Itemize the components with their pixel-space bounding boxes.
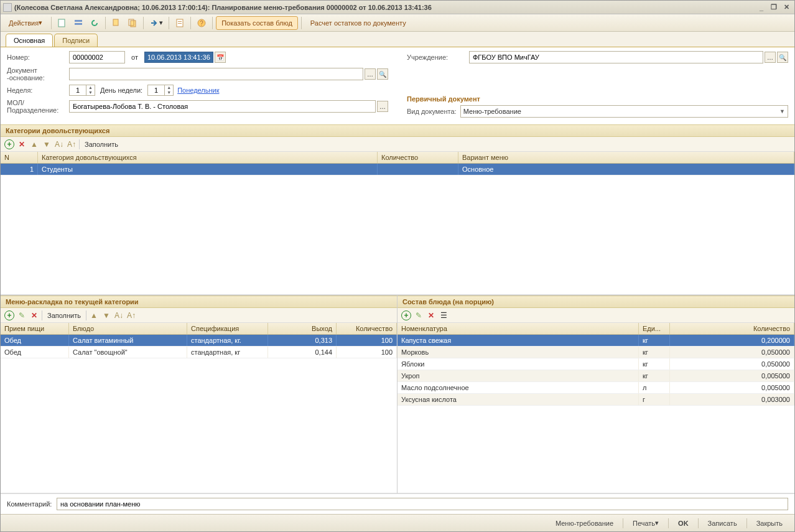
ok-button[interactable]: OK	[671, 517, 695, 530]
doctype-label: Вид документа:	[407, 108, 460, 115]
dept-label: МОЛ/ Подразделение:	[7, 99, 69, 114]
tab-bar: Основная Подписи	[1, 32, 794, 47]
tab-signatures[interactable]: Подписи	[54, 34, 98, 47]
tb-help-icon[interactable]: ?	[194, 16, 209, 30]
cat-down-icon[interactable]: ▼	[42, 139, 52, 149]
categories-toolbar: + ✕ ▲ ▼ A↓ A↑ Заполнить	[1, 137, 794, 152]
table-row[interactable]: Укропкг0,005000	[398, 370, 794, 382]
svg-rect-2	[75, 23, 82, 25]
dept-select-icon[interactable]: …	[377, 101, 388, 112]
table-row[interactable]: ОбедСалат "овощной"стандартная, кг0,1441…	[1, 347, 397, 358]
cat-add-icon[interactable]: +	[4, 139, 14, 149]
tb-paste-icon[interactable]	[125, 16, 140, 30]
dept-input[interactable]	[69, 100, 376, 113]
cat-sort-asc-icon[interactable]: A↓	[54, 139, 64, 149]
week-label: Неделя:	[7, 86, 69, 94]
institution-select-icon[interactable]: …	[765, 52, 776, 63]
docbase-input[interactable]	[69, 68, 363, 80]
cat-delete-icon[interactable]: ✕	[17, 139, 27, 149]
tab-main[interactable]: Основная	[6, 34, 53, 47]
tb-refresh-icon[interactable]	[87, 16, 102, 30]
comment-label: Комментарий:	[7, 500, 57, 508]
show-composition-button[interactable]: Показать состав блюд	[216, 16, 298, 30]
dow-label: День недели:	[100, 86, 142, 94]
cat-col-n[interactable]: N	[1, 152, 38, 163]
institution-label: Учреждение:	[407, 54, 469, 61]
number-input[interactable]	[69, 51, 125, 63]
comp-select-icon[interactable]: ☰	[439, 310, 449, 320]
close-window-button[interactable]: ✕	[781, 2, 792, 12]
table-row[interactable]: Уксусная кислотаг0,003000	[398, 394, 794, 406]
menu-col-out[interactable]: Выход	[268, 323, 337, 334]
comp-col-qty[interactable]: Количество	[670, 323, 794, 334]
from-label: от	[131, 54, 138, 61]
table-row[interactable]: Морковькг0,050000	[398, 347, 794, 358]
primary-doc-header: Первичный документ	[407, 95, 788, 103]
svg-rect-1	[75, 20, 82, 22]
comment-input[interactable]	[57, 498, 788, 510]
comp-delete-icon[interactable]: ✕	[426, 310, 436, 320]
table-row[interactable]: Капуста свежаякг0,200000	[398, 335, 794, 347]
menu-col-meal[interactable]: Прием пищи	[1, 323, 69, 334]
institution-search-icon[interactable]: 🔍	[777, 52, 788, 63]
calendar-icon[interactable]: 📅	[215, 52, 226, 63]
tb-report-icon[interactable]	[172, 16, 187, 30]
menu-sort-desc-icon[interactable]: A↑	[126, 310, 136, 320]
svg-rect-3	[113, 19, 118, 26]
menu-up-icon[interactable]: ▲	[89, 310, 99, 320]
window-title: (Колесова Светлана Александровна; 10.06.…	[14, 4, 432, 11]
tb-new-icon[interactable]	[55, 16, 70, 30]
svg-text:?: ?	[200, 20, 203, 27]
print-button[interactable]: Печать ▾	[626, 517, 666, 530]
cat-col-qty[interactable]: Количество	[378, 152, 458, 163]
calc-remains-button[interactable]: Расчет остатков по документу	[305, 16, 412, 30]
week-stepper[interactable]: ▲▼	[69, 85, 95, 96]
docbase-select-icon[interactable]: …	[365, 68, 376, 80]
comp-edit-icon[interactable]: ✎	[414, 310, 424, 320]
titlebar: (Колесова Светлана Александровна; 10.06.…	[1, 1, 794, 14]
menu-requirement-button[interactable]: Меню-требование	[549, 517, 620, 530]
cat-col-variant[interactable]: Вариант меню	[458, 152, 794, 163]
number-label: Номер:	[7, 54, 69, 61]
table-row[interactable]: Масло подсолнечноел0,005000	[398, 382, 794, 394]
cat-up-icon[interactable]: ▲	[29, 139, 39, 149]
comp-col-unit[interactable]: Еди...	[639, 323, 670, 334]
comp-add-icon[interactable]: +	[401, 310, 411, 320]
institution-input[interactable]	[469, 51, 763, 63]
tb-copy-icon[interactable]	[109, 16, 124, 30]
actions-menu[interactable]: Действия ▾	[3, 16, 48, 30]
docbase-label: Документ -основание:	[7, 67, 69, 82]
table-row[interactable]: Яблокикг0,050000	[398, 358, 794, 370]
tb-list-icon[interactable]	[71, 16, 86, 30]
close-button[interactable]: Закрыть	[750, 517, 789, 530]
docbase-search-icon[interactable]: 🔍	[377, 68, 388, 80]
save-button[interactable]: Записать	[701, 517, 744, 530]
maximize-button[interactable]: ❐	[768, 2, 779, 12]
tb-goto-icon[interactable]: ▾	[147, 16, 165, 30]
menu-toolbar: + ✎ ✕ Заполнить ▲ ▼ A↓ A↑	[1, 308, 397, 323]
table-row[interactable]: ОбедСалат витаминныйстандартная, кг.0,31…	[1, 335, 397, 347]
date-input[interactable]: 10.06.2013 13:41:36	[144, 52, 213, 63]
menu-down-icon[interactable]: ▼	[101, 310, 111, 320]
doctype-select[interactable]: Меню-требование▼	[460, 105, 788, 118]
cat-sort-desc-icon[interactable]: A↑	[67, 139, 77, 149]
dow-stepper[interactable]: ▲▼	[147, 85, 174, 96]
cat-col-category[interactable]: Категория довольствующихся	[38, 152, 378, 163]
comp-col-nom[interactable]: Номенклатура	[398, 323, 639, 334]
menu-fill-button[interactable]: Заполнить	[45, 312, 83, 319]
svg-rect-0	[58, 19, 65, 27]
footer-bar: Меню-требование Печать ▾ OK Записать Зак…	[1, 514, 794, 531]
menu-delete-icon[interactable]: ✕	[29, 310, 39, 320]
minimize-button[interactable]: _	[756, 2, 767, 12]
menu-sort-asc-icon[interactable]: A↓	[114, 310, 124, 320]
cat-fill-button[interactable]: Заполнить	[82, 141, 121, 148]
menu-edit-icon[interactable]: ✎	[17, 310, 27, 320]
window-icon	[3, 3, 12, 12]
menu-col-dish[interactable]: Блюдо	[69, 323, 187, 334]
day-link[interactable]: Понедельник	[177, 86, 219, 94]
categories-header: Категории довольствующихся	[1, 124, 794, 137]
table-row[interactable]: 1СтудентыОсновное	[1, 164, 794, 175]
menu-add-icon[interactable]: +	[4, 310, 14, 320]
menu-col-spec[interactable]: Спецификация	[187, 323, 268, 334]
menu-col-qty[interactable]: Количество	[337, 323, 397, 334]
